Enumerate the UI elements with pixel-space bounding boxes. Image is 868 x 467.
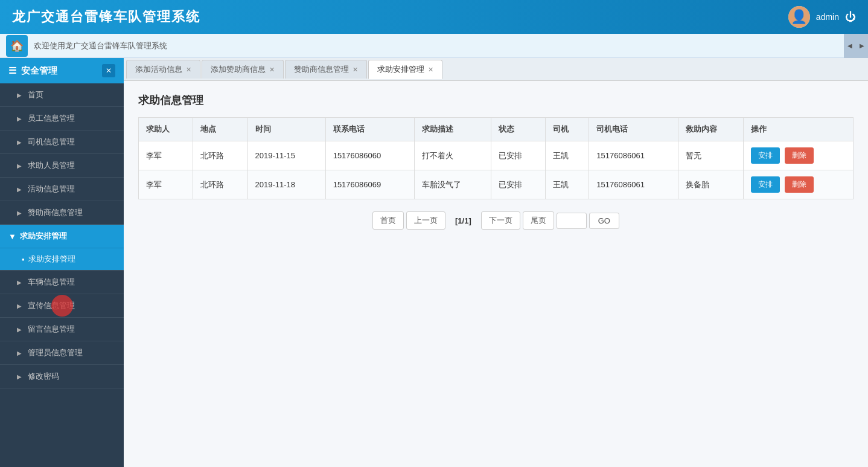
col-rescue-content: 救助内容 xyxy=(678,118,744,141)
sidebar-item-label: 赞助商信息管理 xyxy=(28,207,83,218)
first-page-button[interactable]: 首页 xyxy=(372,211,404,230)
tab-label: 赞助商信息管理 xyxy=(294,64,349,75)
cell-location: 北环路 xyxy=(193,141,247,170)
col-phone: 联系电话 xyxy=(325,118,414,141)
arrange-button[interactable]: 安排 xyxy=(751,147,780,164)
pagination: 首页 上一页 [1/1] 下一页 尾页 GO xyxy=(138,211,854,230)
cell-driver-phone: 15176086061 xyxy=(589,170,678,199)
arrow-icon: ▶ xyxy=(17,373,22,380)
cell-phone: 15176086069 xyxy=(325,170,414,199)
cell-status: 已安排 xyxy=(491,170,546,199)
tab-rescue-arrange[interactable]: 求助安排管理 ✕ xyxy=(368,60,442,79)
arrow-icon: ▶ xyxy=(17,139,22,146)
last-page-button[interactable]: 尾页 xyxy=(523,211,554,230)
tab-sponsor-mgmt[interactable]: 赞助商信息管理 ✕ xyxy=(285,60,367,79)
collapse-right-button[interactable]: ▶ xyxy=(856,34,868,58)
rescue-table: 求助人 地点 时间 联系电话 求助描述 状态 司机 司机电话 救助内容 操作 xyxy=(138,117,854,199)
document-icon: ▪ xyxy=(22,255,25,264)
tab-add-sponsor[interactable]: 添加赞助商信息 ✕ xyxy=(202,60,284,79)
power-icon[interactable]: ⏻ xyxy=(845,11,856,24)
arrow-icon: ▶ xyxy=(17,303,22,309)
col-location: 地点 xyxy=(193,118,247,141)
sidebar-item-promo[interactable]: ▶ 宣传信息管理 xyxy=(0,294,124,318)
app-header: 龙广交通台雷锋车队管理系统 admin ⏻ xyxy=(0,0,868,34)
arrow-icon: ▶ xyxy=(17,115,22,122)
cell-rescue-content: 暂无 xyxy=(678,141,744,170)
tab-close-icon[interactable]: ✕ xyxy=(353,66,358,73)
home-button[interactable]: 🏠 xyxy=(6,35,28,57)
sub-header: 🏠 欢迎使用龙广交通台雷锋车队管理系统 ◀ ▶ xyxy=(0,34,868,58)
sidebar-item-label: 修改密码 xyxy=(28,371,59,382)
delete-button[interactable]: 删除 xyxy=(785,147,814,164)
page-content: 求助信息管理 求助人 地点 时间 联系电话 求助描述 状态 司机 司机电话 救助… xyxy=(124,81,868,467)
sidebar-item-label: 员工信息管理 xyxy=(28,113,75,124)
sidebar-item-label: 司机信息管理 xyxy=(28,137,75,147)
sidebar-item-label: 管理员信息管理 xyxy=(28,347,83,358)
avatar-image xyxy=(788,6,810,28)
arrow-icon: ▶ xyxy=(17,186,22,193)
arrow-icon: ▶ xyxy=(17,210,22,216)
cell-time: 2019-11-15 xyxy=(247,141,325,170)
sidebar-item-helper[interactable]: ▶ 求助人员管理 xyxy=(0,154,124,178)
tab-add-activity[interactable]: 添加活动信息 ✕ xyxy=(126,60,200,79)
header-right: admin ⏻ xyxy=(788,6,856,28)
sidebar-item-label: 车辆信息管理 xyxy=(28,277,75,288)
sidebar-item-sponsor[interactable]: ▶ 赞助商信息管理 xyxy=(0,201,124,225)
cell-action: 安排 删除 xyxy=(744,141,854,170)
cell-driver: 王凯 xyxy=(546,170,589,199)
go-button[interactable]: GO xyxy=(589,213,619,229)
tab-label: 添加活动信息 xyxy=(135,64,182,75)
sidebar-item-label: 留言信息管理 xyxy=(28,324,75,335)
sidebar-item-message[interactable]: ▶ 留言信息管理 xyxy=(0,318,124,341)
page-current-info: [1/1] xyxy=(448,213,479,228)
prev-page-button[interactable]: 上一页 xyxy=(406,211,445,230)
sidebar-item-change-pwd[interactable]: ▶ 修改密码 xyxy=(0,365,124,388)
sidebar-item-vehicle[interactable]: ▶ 车辆信息管理 xyxy=(0,271,124,294)
sidebar-item-rescue-arrange-sub[interactable]: ▪ 求助安排管理 xyxy=(0,248,124,271)
col-driver-phone: 司机电话 xyxy=(589,118,678,141)
col-description: 求助描述 xyxy=(415,118,491,141)
admin-name: admin xyxy=(816,12,839,22)
sidebar-item-driver[interactable]: ▶ 司机信息管理 xyxy=(0,130,124,154)
sidebar-item-label: 宣传信息管理 xyxy=(28,300,75,311)
cell-action: 安排 删除 xyxy=(744,170,854,199)
sidebar-item-label: 首页 xyxy=(28,89,43,100)
main-layout: ☰ 安全管理 ✕ ▶ 首页 ▶ 员工信息管理 ▶ 司机信息管理 ▶ 求助人员管理… xyxy=(0,58,868,467)
col-driver: 司机 xyxy=(546,118,589,141)
content-area: 添加活动信息 ✕ 添加赞助商信息 ✕ 赞助商信息管理 ✕ 求助安排管理 ✕ 求助… xyxy=(124,58,868,467)
delete-button[interactable]: 删除 xyxy=(785,176,814,193)
collapse-buttons: ◀ ▶ xyxy=(844,34,868,58)
sidebar-item-admin-info[interactable]: ▶ 管理员信息管理 xyxy=(0,341,124,365)
sidebar: ☰ 安全管理 ✕ ▶ 首页 ▶ 员工信息管理 ▶ 司机信息管理 ▶ 求助人员管理… xyxy=(0,58,124,467)
arrange-button[interactable]: 安排 xyxy=(751,176,780,193)
welcome-text: 欢迎使用龙广交通台雷锋车队管理系统 xyxy=(34,40,167,51)
tabs-bar: 添加活动信息 ✕ 添加赞助商信息 ✕ 赞助商信息管理 ✕ 求助安排管理 ✕ xyxy=(124,58,868,81)
sidebar-section-label: 安全管理 xyxy=(21,65,57,77)
col-requester: 求助人 xyxy=(139,118,193,141)
page-number-input[interactable] xyxy=(557,213,587,229)
sidebar-item-employee[interactable]: ▶ 员工信息管理 xyxy=(0,107,124,130)
tab-close-icon[interactable]: ✕ xyxy=(269,66,275,73)
tab-close-icon[interactable]: ✕ xyxy=(186,66,191,73)
arrow-icon: ▶ xyxy=(17,92,22,98)
col-time: 时间 xyxy=(247,118,325,141)
tab-label: 添加赞助商信息 xyxy=(211,64,266,75)
sidebar-item-rescue-arrange-group[interactable]: ▼ 求助安排管理 xyxy=(0,225,124,248)
next-page-button[interactable]: 下一页 xyxy=(481,211,520,230)
cell-location: 北环路 xyxy=(193,170,247,199)
cell-driver-phone: 15176086061 xyxy=(589,141,678,170)
sidebar-toggle-button[interactable]: ✕ xyxy=(102,64,115,77)
arrow-icon: ▶ xyxy=(17,279,22,286)
cell-rescue-content: 换备胎 xyxy=(678,170,744,199)
cell-requester: 李军 xyxy=(139,170,193,199)
sidebar-item-label: 活动信息管理 xyxy=(28,184,75,195)
sidebar-item-home[interactable]: ▶ 首页 xyxy=(0,83,124,107)
cell-time: 2019-11-18 xyxy=(247,170,325,199)
collapse-left-button[interactable]: ◀ xyxy=(844,34,856,58)
cell-description: 打不着火 xyxy=(415,141,491,170)
sidebar-item-activity[interactable]: ▶ 活动信息管理 xyxy=(0,178,124,201)
tab-close-icon[interactable]: ✕ xyxy=(428,66,433,73)
cell-requester: 李军 xyxy=(139,141,193,170)
tab-label: 求助安排管理 xyxy=(377,64,424,75)
table-row: 李军 北环路 2019-11-15 15176086060 打不着火 已安排 王… xyxy=(139,141,854,170)
